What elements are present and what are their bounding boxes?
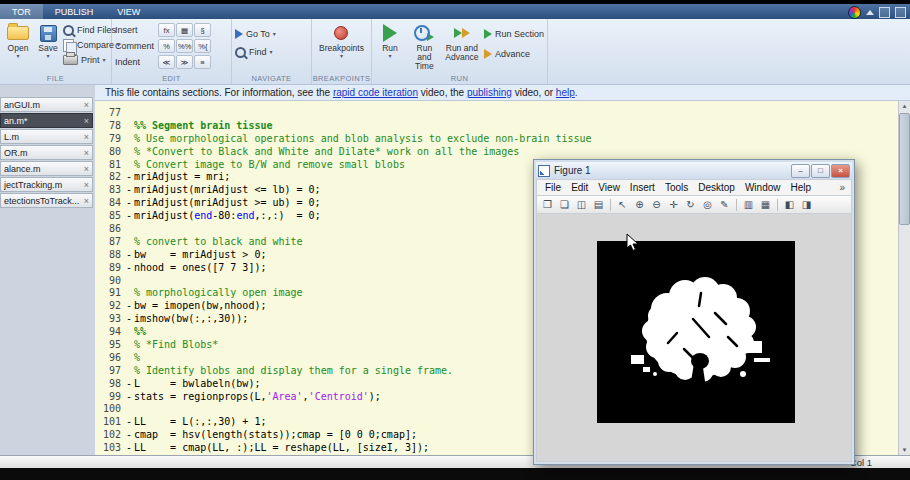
exec-marker: - (124, 184, 134, 197)
ribbon-tab-publish[interactable]: PUBLISH (43, 4, 106, 19)
file-tab[interactable]: OR.m× (0, 145, 93, 160)
file-tab[interactable]: an.m*× (0, 113, 93, 128)
menu-tools[interactable]: Tools (660, 182, 693, 193)
code-line[interactable]: 79% Use morphological operations and blo… (95, 133, 910, 146)
line-number: 77 (95, 107, 124, 120)
menu-edit[interactable]: Edit (566, 182, 593, 193)
close-icon[interactable]: × (84, 132, 89, 142)
rotate-icon[interactable]: ↻ (683, 198, 698, 212)
new-figure-icon[interactable]: ❐ (540, 198, 555, 212)
dock-icon[interactable]: ◨ (799, 198, 814, 212)
pan-icon[interactable]: ✛ (666, 198, 681, 212)
file-tab[interactable]: etectionsToTrack...× (0, 193, 93, 208)
menu-file[interactable]: File (540, 182, 566, 193)
find-button[interactable]: Find ▾ (235, 45, 308, 59)
zoom-in-icon[interactable]: ⊕ (632, 198, 647, 212)
save-button[interactable]: Save ▾ (33, 21, 63, 72)
open-button[interactable]: Open ▾ (3, 21, 33, 72)
exec-marker (124, 120, 134, 133)
editor-scrollbar[interactable]: ▲ ▼ (898, 101, 910, 455)
menu-help[interactable]: Help (786, 182, 817, 193)
menu-insert[interactable]: Insert (625, 182, 660, 193)
code-text: %% Segment brain tissue (134, 120, 272, 133)
minimize-button[interactable]: – (791, 164, 810, 178)
run-and-advance-button[interactable]: Run and Advance (444, 21, 480, 72)
file-tab-label: anGUI.m (4, 100, 82, 110)
comment-mini-icon[interactable]: % (158, 39, 175, 53)
file-tab[interactable]: anGUI.m× (0, 97, 93, 112)
open-icon[interactable]: ❏ (557, 198, 572, 212)
code-line[interactable]: 80% *Convert to Black and White and Dila… (95, 146, 910, 159)
insert-mini-icon[interactable]: fx (158, 23, 175, 37)
line-number: 90 (95, 275, 124, 288)
figure-window[interactable]: Figure 1 – □ × FileEditViewInsertToolsDe… (533, 159, 855, 465)
data-cursor-icon[interactable]: ◎ (700, 198, 715, 212)
comment-mini-icon[interactable]: %% (176, 39, 193, 53)
breakpoints-button[interactable]: Breakpoints ▾ (317, 21, 366, 72)
scroll-up-icon[interactable]: ▲ (902, 101, 908, 111)
help-link[interactable]: help (556, 87, 575, 98)
code-text: % Convert image to B/W and remove small … (134, 159, 405, 172)
menu-window[interactable]: Window (740, 182, 786, 193)
edit-plot-icon[interactable]: ↖ (615, 198, 630, 212)
indent-mini-icon[interactable]: ≫ (176, 55, 193, 69)
taskbar[interactable] (0, 468, 910, 480)
ribbon: Open ▾ Save ▾ Find Files Compare (0, 19, 910, 85)
indent-mini-icon[interactable]: ≪ (158, 55, 175, 69)
menu-desktop[interactable]: Desktop (693, 182, 740, 193)
publishing-link[interactable]: publishing (467, 87, 512, 98)
colorbar-icon[interactable]: ▥ (741, 198, 756, 212)
file-tab[interactable]: alance.m× (0, 161, 93, 176)
exec-marker: - (124, 210, 134, 223)
indent-mini-icon[interactable]: ≡ (194, 55, 211, 69)
code-line[interactable]: 78%% Segment brain tissue (95, 120, 910, 133)
line-number: 98 (95, 378, 124, 391)
comment-button[interactable]: Comment (115, 41, 155, 51)
ribbon-tab-tor[interactable]: TOR (0, 4, 43, 19)
close-icon[interactable]: × (84, 196, 89, 206)
ribbon-group-navigate: Go To ▾ Find ▾ NAVIGATE (232, 19, 312, 84)
goto-button[interactable]: Go To ▾ (235, 27, 308, 41)
run-section-label: Run Section (495, 29, 544, 39)
legend-icon[interactable]: ▦ (758, 198, 773, 212)
rapid-code-iteration-link[interactable]: rapid code iteration (333, 87, 418, 98)
close-icon[interactable]: × (84, 164, 89, 174)
save-icon[interactable]: ◫ (574, 198, 589, 212)
window-close-icon[interactable] (895, 7, 906, 18)
save-label: Save (38, 44, 57, 53)
insert-mini-icon[interactable]: ▦ (176, 23, 193, 37)
advance-button[interactable]: Advance (484, 47, 544, 61)
line-number: 99 (95, 391, 124, 404)
indent-button[interactable]: Indent (115, 57, 155, 67)
scroll-down-icon[interactable]: ▼ (902, 445, 908, 455)
maximize-button[interactable]: □ (811, 164, 830, 178)
insert-mini-icon[interactable]: § (194, 23, 211, 37)
scrollbar-thumb[interactable] (899, 113, 910, 225)
window-restore-icon[interactable] (879, 7, 890, 18)
run-and-time-button[interactable]: Run and Time (409, 21, 440, 72)
code-text: stats = regionprops(L,'Area','Centroid')… (134, 391, 381, 404)
brush-icon[interactable]: ✎ (717, 198, 732, 212)
zoom-out-icon[interactable]: ⊖ (649, 198, 664, 212)
insert-button[interactable]: Insert (115, 25, 155, 35)
close-button[interactable]: × (831, 164, 850, 178)
close-icon[interactable]: × (84, 100, 89, 110)
comment-mini-icon[interactable]: %{ (194, 39, 211, 53)
print-icon[interactable]: ▤ (591, 198, 606, 212)
menu-view[interactable]: View (593, 182, 625, 193)
exec-marker: - (124, 300, 134, 313)
ribbon-tab-view[interactable]: VIEW (105, 4, 152, 19)
compare-label: Compare (77, 40, 114, 50)
close-icon[interactable]: × (84, 116, 89, 126)
menu-overflow-icon[interactable]: » (839, 182, 848, 193)
code-line[interactable]: 77 (95, 107, 910, 120)
close-icon[interactable]: × (84, 180, 89, 190)
figure-titlebar[interactable]: Figure 1 – □ × (536, 162, 852, 179)
minimize-ribbon-icon[interactable] (866, 10, 874, 15)
close-icon[interactable]: × (84, 148, 89, 158)
run-section-button[interactable]: Run Section (484, 27, 544, 41)
run-button[interactable]: Run ▾ (375, 21, 405, 72)
file-tab[interactable]: L.m× (0, 129, 93, 144)
file-tab[interactable]: jectTracking.m× (0, 177, 93, 192)
dock-left-icon[interactable]: ◧ (782, 198, 797, 212)
